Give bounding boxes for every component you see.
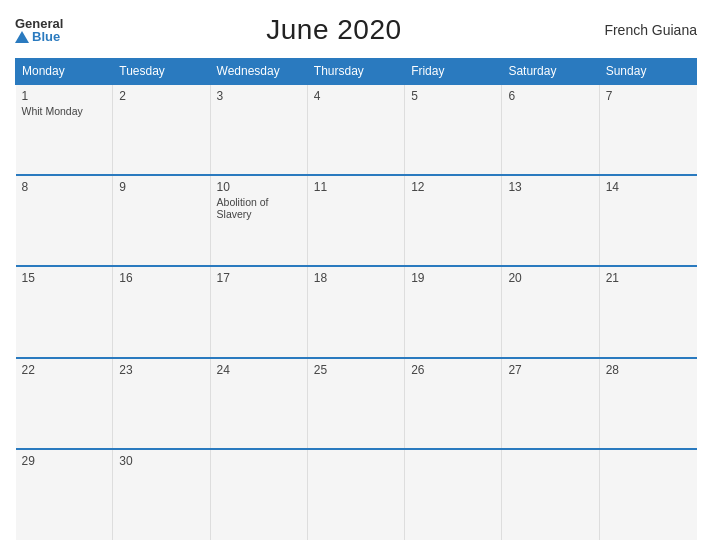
calendar-week-4: 22232425262728 [16, 358, 697, 449]
calendar-cell: 29 [16, 449, 113, 540]
calendar-cell: 2 [113, 84, 210, 175]
calendar-cell: 30 [113, 449, 210, 540]
calendar-cell [307, 449, 404, 540]
day-number: 24 [217, 363, 301, 377]
day-number: 7 [606, 89, 691, 103]
calendar-cell: 5 [405, 84, 502, 175]
col-monday: Monday [16, 59, 113, 85]
col-friday: Friday [405, 59, 502, 85]
calendar-cell: 10Abolition of Slavery [210, 175, 307, 266]
calendar-cell: 25 [307, 358, 404, 449]
day-number: 25 [314, 363, 398, 377]
calendar-week-2: 8910Abolition of Slavery11121314 [16, 175, 697, 266]
calendar-cell: 27 [502, 358, 599, 449]
logo-triangle-icon [15, 31, 29, 43]
calendar-cell [599, 449, 696, 540]
calendar-cell: 22 [16, 358, 113, 449]
calendar-cell [210, 449, 307, 540]
day-number: 19 [411, 271, 495, 285]
calendar-cell: 11 [307, 175, 404, 266]
calendar-cell: 6 [502, 84, 599, 175]
col-wednesday: Wednesday [210, 59, 307, 85]
calendar-cell: 8 [16, 175, 113, 266]
calendar-header-row: Monday Tuesday Wednesday Thursday Friday… [16, 59, 697, 85]
calendar-cell: 9 [113, 175, 210, 266]
day-number: 17 [217, 271, 301, 285]
calendar-cell: 16 [113, 266, 210, 357]
day-number: 22 [22, 363, 107, 377]
day-number: 6 [508, 89, 592, 103]
calendar-week-5: 2930 [16, 449, 697, 540]
calendar-week-3: 15161718192021 [16, 266, 697, 357]
calendar-body: 1Whit Monday2345678910Abolition of Slave… [16, 84, 697, 540]
logo-blue-text: Blue [15, 30, 63, 43]
day-number: 14 [606, 180, 691, 194]
calendar-cell: 23 [113, 358, 210, 449]
col-saturday: Saturday [502, 59, 599, 85]
col-sunday: Sunday [599, 59, 696, 85]
calendar-cell: 3 [210, 84, 307, 175]
day-number: 26 [411, 363, 495, 377]
day-number: 5 [411, 89, 495, 103]
month-title: June 2020 [266, 14, 401, 46]
calendar-cell [502, 449, 599, 540]
day-number: 13 [508, 180, 592, 194]
calendar-cell: 20 [502, 266, 599, 357]
calendar-cell [405, 449, 502, 540]
day-number: 15 [22, 271, 107, 285]
day-number: 11 [314, 180, 398, 194]
calendar-cell: 13 [502, 175, 599, 266]
day-number: 9 [119, 180, 203, 194]
day-number: 10 [217, 180, 301, 194]
calendar-cell: 4 [307, 84, 404, 175]
col-thursday: Thursday [307, 59, 404, 85]
holiday-label: Whit Monday [22, 105, 107, 117]
day-number: 21 [606, 271, 691, 285]
day-number: 28 [606, 363, 691, 377]
col-tuesday: Tuesday [113, 59, 210, 85]
calendar-cell: 19 [405, 266, 502, 357]
calendar-cell: 28 [599, 358, 696, 449]
day-number: 20 [508, 271, 592, 285]
calendar-week-1: 1Whit Monday234567 [16, 84, 697, 175]
days-header: Monday Tuesday Wednesday Thursday Friday… [16, 59, 697, 85]
day-number: 4 [314, 89, 398, 103]
calendar-cell: 17 [210, 266, 307, 357]
day-number: 27 [508, 363, 592, 377]
calendar-cell: 15 [16, 266, 113, 357]
calendar-cell: 26 [405, 358, 502, 449]
day-number: 30 [119, 454, 203, 468]
region-label: French Guiana [604, 22, 697, 38]
calendar-cell: 1Whit Monday [16, 84, 113, 175]
calendar-cell: 14 [599, 175, 696, 266]
holiday-label: Abolition of Slavery [217, 196, 301, 220]
calendar-cell: 21 [599, 266, 696, 357]
day-number: 2 [119, 89, 203, 103]
day-number: 29 [22, 454, 107, 468]
day-number: 1 [22, 89, 107, 103]
calendar-cell: 7 [599, 84, 696, 175]
calendar-table: Monday Tuesday Wednesday Thursday Friday… [15, 58, 697, 540]
day-number: 16 [119, 271, 203, 285]
day-number: 8 [22, 180, 107, 194]
logo: General Blue [15, 17, 63, 43]
calendar-header: General Blue June 2020 French Guiana [15, 10, 697, 50]
calendar-cell: 12 [405, 175, 502, 266]
day-number: 12 [411, 180, 495, 194]
calendar-cell: 18 [307, 266, 404, 357]
day-number: 23 [119, 363, 203, 377]
calendar-cell: 24 [210, 358, 307, 449]
day-number: 3 [217, 89, 301, 103]
day-number: 18 [314, 271, 398, 285]
